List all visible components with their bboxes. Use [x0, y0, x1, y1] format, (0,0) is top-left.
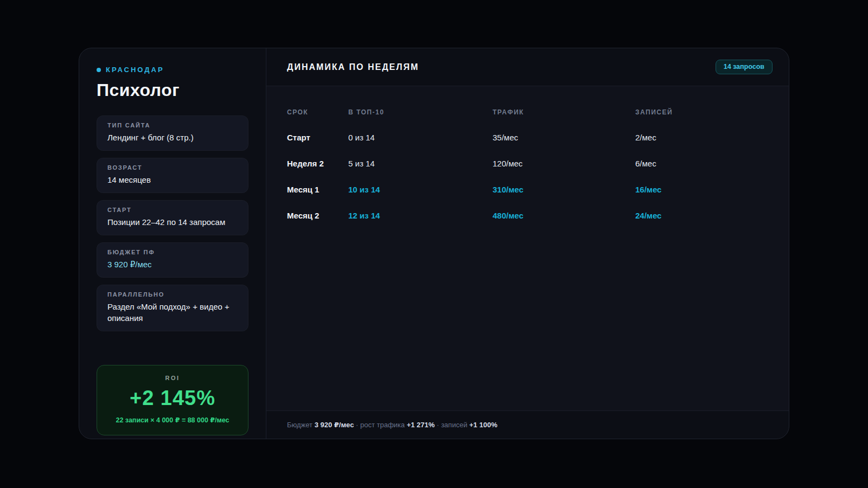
cell-traffic: 480/мес	[493, 211, 635, 220]
cell-bookings: 24/мес	[635, 211, 773, 220]
row-label: Неделя 2	[287, 159, 348, 168]
column-header-top10: В ТОП-10	[348, 108, 493, 116]
cell-traffic: 310/мес	[493, 185, 635, 194]
info-card-age: ВОЗРАСТ 14 месяцев	[97, 158, 248, 193]
footer-value-budget: 3 920 ₽/мес	[315, 421, 354, 429]
cell-top10: 5 из 14	[348, 159, 493, 168]
info-card-start: СТАРТ Позиции 22–42 по 14 запросам	[97, 200, 248, 235]
case-study-panel: КРАСНОДАР Психолог ТИП САЙТА Лендинг + б…	[79, 48, 789, 439]
cell-top10: 0 из 14	[348, 133, 493, 142]
info-card-label: ПАРАЛЛЕЛЬНО	[107, 291, 238, 298]
cell-bookings: 16/мес	[635, 185, 773, 194]
location-label: КРАСНОДАР	[106, 66, 164, 74]
table-row: Месяц 1 10 из 14 310/мес 16/мес	[287, 176, 773, 202]
footer-text-budget-label: Бюджет	[287, 421, 315, 429]
cell-top10: 12 из 14	[348, 211, 493, 220]
roi-formula: 22 записи × 4 000 ₽ = 88 000 ₽/мес	[105, 416, 240, 424]
row-label: Старт	[287, 133, 348, 142]
info-card-site-type: ТИП САЙТА Лендинг + блог (8 стр.)	[97, 115, 248, 151]
roi-card: ROI +2 145% 22 записи × 4 000 ₽ = 88 000…	[97, 365, 248, 435]
cell-bookings: 2/мес	[635, 133, 773, 142]
table-row: Месяц 2 12 из 14 480/мес 24/мес	[287, 202, 773, 228]
info-card-value: Раздел «Мой подход» + видео + описания	[107, 301, 238, 324]
roi-label: ROI	[105, 375, 240, 381]
section-title: ДИНАМИКА ПО НЕДЕЛЯМ	[287, 62, 419, 72]
main-header: ДИНАМИКА ПО НЕДЕЛЯМ 14 запросов	[266, 48, 789, 86]
cell-traffic: 120/мес	[493, 159, 635, 168]
column-header-bookings: ЗАПИСЕЙ	[635, 108, 773, 116]
location-tag: КРАСНОДАР	[97, 66, 248, 74]
column-header-traffic: ТРАФИК	[493, 108, 635, 116]
row-label: Месяц 2	[287, 211, 348, 220]
info-card-label: ВОЗРАСТ	[107, 164, 238, 171]
info-card-value: Позиции 22–42 по 14 запросам	[107, 216, 238, 228]
column-header-term: СРОК	[287, 108, 348, 116]
roi-value: +2 145%	[105, 387, 240, 410]
sidebar: КРАСНОДАР Психолог ТИП САЙТА Лендинг + б…	[79, 48, 266, 439]
table-header-row: СРОК В ТОП-10 ТРАФИК ЗАПИСЕЙ	[287, 108, 773, 117]
cell-top10: 10 из 14	[348, 185, 493, 194]
table-body: Старт 0 из 14 35/мес 2/мес Неделя 2 5 из…	[287, 124, 773, 228]
info-card-value-budget: 3 920 ₽/мес	[107, 259, 238, 270]
info-card-label: БЮДЖЕТ ПФ	[107, 249, 238, 255]
info-card-label: ТИП САЙТА	[107, 122, 238, 129]
table-row: Неделя 2 5 из 14 120/мес 6/мес	[287, 150, 773, 176]
cell-bookings: 6/мес	[635, 159, 773, 168]
dynamics-table: СРОК В ТОП-10 ТРАФИК ЗАПИСЕЙ Старт 0 из …	[266, 86, 789, 410]
info-card-value: 14 месяцев	[107, 174, 238, 185]
footer-value-traffic-growth: +1 271%	[407, 421, 435, 429]
row-label: Месяц 1	[287, 185, 348, 194]
footer-value-bookings-growth: +1 100%	[469, 421, 497, 429]
queries-count-badge: 14 запросов	[716, 60, 773, 74]
cell-traffic: 35/мес	[493, 133, 635, 142]
page-title: Психолог	[97, 80, 248, 100]
table-row: Старт 0 из 14 35/мес 2/мес	[287, 124, 773, 150]
info-card-value: Лендинг + блог (8 стр.)	[107, 132, 238, 143]
info-card-budget: БЮДЖЕТ ПФ 3 920 ₽/мес	[97, 242, 248, 278]
footer-text-traffic-label: · рост трафика	[354, 421, 406, 429]
footer-text-bookings-label: · записей	[435, 421, 469, 429]
location-dot-icon	[97, 68, 101, 72]
main-content: ДИНАМИКА ПО НЕДЕЛЯМ 14 запросов СРОК В Т…	[266, 48, 789, 439]
info-cards: ТИП САЙТА Лендинг + блог (8 стр.) ВОЗРАС…	[97, 115, 248, 331]
info-card-label: СТАРТ	[107, 207, 238, 213]
summary-footer: Бюджет 3 920 ₽/мес · рост трафика +1 271…	[266, 410, 789, 439]
info-card-parallel: ПАРАЛЛЕЛЬНО Раздел «Мой подход» + видео …	[97, 285, 248, 331]
